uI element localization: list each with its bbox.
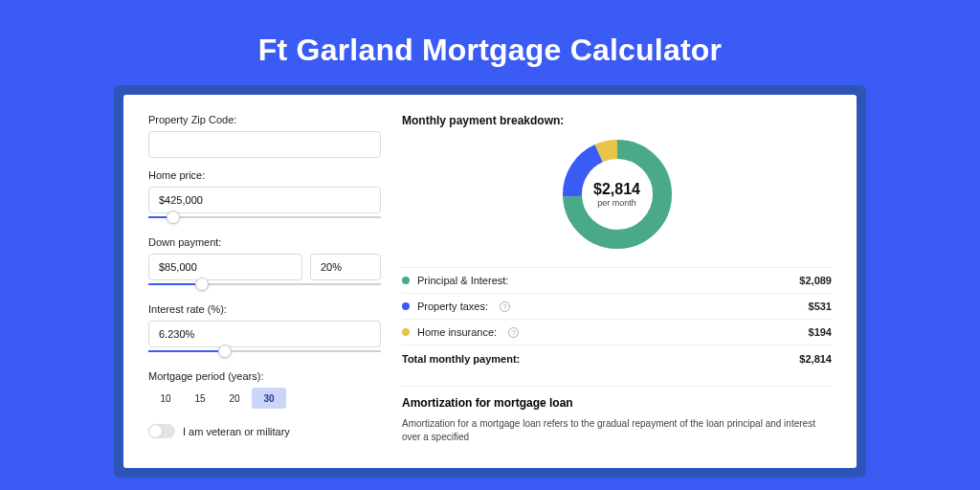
dp-slider[interactable] bbox=[148, 278, 381, 292]
breakdown-title: Monthly payment breakdown: bbox=[402, 114, 832, 127]
dp-label: Down payment: bbox=[148, 236, 381, 248]
period-20[interactable]: 20 bbox=[217, 388, 252, 409]
card-shadow: Property Zip Code: Home price: Down paym… bbox=[114, 85, 866, 478]
legend-amount: $531 bbox=[809, 301, 832, 312]
period-row: Mortgage period (years): 10 15 20 30 bbox=[148, 370, 381, 409]
price-row: Home price: bbox=[148, 169, 381, 225]
rate-row: Interest rate (%): bbox=[148, 303, 381, 359]
veteran-label: I am veteran or military bbox=[183, 426, 290, 437]
period-10[interactable]: 10 bbox=[148, 388, 183, 409]
dot-icon bbox=[402, 302, 410, 310]
help-icon[interactable]: ? bbox=[508, 327, 519, 338]
rate-label: Interest rate (%): bbox=[148, 303, 381, 315]
amort-text: Amortization for a mortgage loan refers … bbox=[402, 417, 832, 444]
payment-donut: $2,814 per month bbox=[560, 137, 675, 252]
total-label: Total monthly payment: bbox=[402, 353, 520, 365]
calculator-card: Property Zip Code: Home price: Down paym… bbox=[123, 95, 857, 468]
dot-icon bbox=[402, 277, 410, 284]
total-amount: $2,814 bbox=[799, 353, 832, 365]
dot-icon bbox=[402, 328, 410, 336]
zip-row: Property Zip Code: bbox=[148, 114, 381, 158]
period-15[interactable]: 15 bbox=[183, 388, 217, 409]
slider-thumb[interactable] bbox=[195, 278, 209, 291]
legend-amount: $2,089 bbox=[799, 275, 832, 286]
page-title: Ft Garland Mortgage Calculator bbox=[0, 0, 980, 85]
dp-amount-input[interactable] bbox=[148, 254, 302, 280]
period-label: Mortgage period (years): bbox=[148, 370, 381, 382]
legend-amount: $194 bbox=[809, 326, 832, 338]
legend-label: Principal & Interest: bbox=[417, 275, 508, 286]
period-group: 10 15 20 30 bbox=[148, 388, 381, 409]
results-panel: Monthly payment breakdown: $2,814 per mo… bbox=[381, 114, 832, 468]
dp-percent-input[interactable] bbox=[310, 254, 381, 280]
rate-slider[interactable] bbox=[148, 345, 381, 359]
legend: Principal & Interest: $2,089 Property ta… bbox=[402, 267, 832, 374]
legend-pi: Principal & Interest: $2,089 bbox=[402, 267, 832, 293]
legend-label: Home insurance: bbox=[417, 326, 497, 338]
price-input[interactable] bbox=[148, 187, 381, 213]
zip-input[interactable] bbox=[148, 131, 381, 158]
rate-input[interactable] bbox=[148, 321, 381, 347]
slider-thumb[interactable] bbox=[218, 345, 232, 358]
amort-title: Amortization for mortgage loan bbox=[402, 386, 832, 410]
price-label: Home price: bbox=[148, 169, 381, 181]
donut-amount: $2,814 bbox=[593, 181, 640, 198]
legend-label: Property taxes: bbox=[417, 301, 488, 312]
price-slider[interactable] bbox=[148, 212, 381, 225]
slider-thumb[interactable] bbox=[167, 211, 180, 224]
legend-ins: Home insurance: ? $194 bbox=[402, 319, 832, 345]
downpayment-row: Down payment: bbox=[148, 236, 381, 292]
legend-total: Total monthly payment: $2,814 bbox=[402, 345, 832, 374]
help-icon[interactable]: ? bbox=[500, 301, 510, 312]
donut-sub: per month bbox=[597, 198, 636, 208]
zip-label: Property Zip Code: bbox=[148, 114, 381, 125]
donut-wrap: $2,814 per month bbox=[402, 137, 832, 252]
period-30[interactable]: 30 bbox=[252, 388, 286, 409]
legend-tax: Property taxes: ? $531 bbox=[402, 293, 832, 319]
inputs-panel: Property Zip Code: Home price: Down paym… bbox=[148, 114, 381, 468]
veteran-row: I am veteran or military bbox=[148, 424, 381, 438]
veteran-toggle[interactable] bbox=[148, 424, 175, 438]
